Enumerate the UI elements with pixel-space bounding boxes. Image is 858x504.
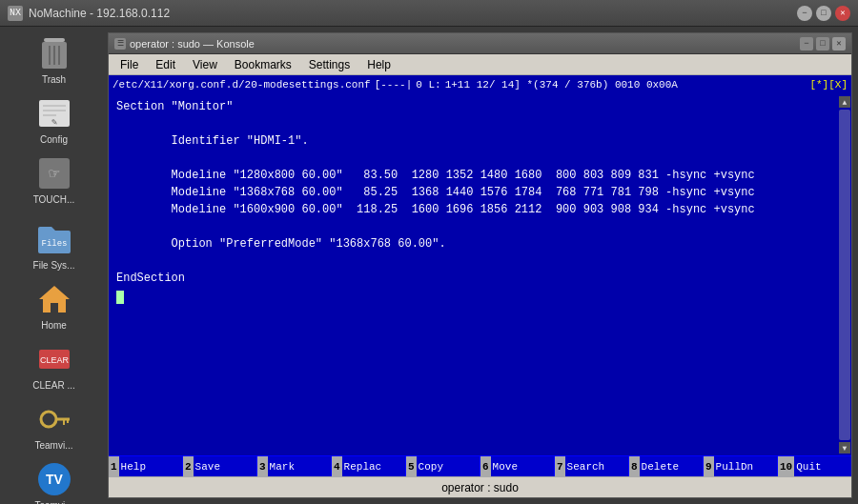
- fkey-6[interactable]: 6 Move: [480, 456, 555, 476]
- config-icon: ✎: [37, 96, 72, 131]
- konsole-title-text: operator : sudo — Konsole: [130, 38, 255, 50]
- key-icon: [37, 406, 72, 433]
- fkey-5[interactable]: 5 Copy: [406, 456, 480, 476]
- sidebar-item-filesystem[interactable]: Files File Sys...: [0, 216, 108, 274]
- sidebar-item-key[interactable]: Teamvi...: [0, 396, 108, 454]
- sidebar-label-filesystem: File Sys...: [33, 260, 75, 271]
- sidebar-item-clear[interactable]: CLEAR CLEAR ...: [0, 336, 108, 394]
- teamviewer-icon-container: TV: [35, 460, 73, 498]
- konsole-maximize-button[interactable]: □: [816, 37, 829, 50]
- menu-file[interactable]: File: [112, 56, 146, 73]
- home-icon-container: [35, 280, 73, 318]
- svg-text:TV: TV: [46, 472, 64, 487]
- touch-icon-container: ☞: [35, 154, 73, 192]
- konsole-titlebar: ☰ operator : sudo — Konsole − □ ✕: [109, 33, 851, 54]
- konsole-minimize-button[interactable]: −: [800, 37, 813, 50]
- file-path-position: 1+11 12/ 14] *(374 / 376b) 0010 0x00A: [445, 79, 678, 91]
- fkey-8[interactable]: 8 Delete: [629, 456, 704, 476]
- svg-text:CLEAR: CLEAR: [39, 355, 69, 365]
- menu-view[interactable]: View: [185, 56, 225, 73]
- konsole-window-controls: − □ ✕: [800, 37, 846, 50]
- sidebar-item-touch[interactable]: ☞ TOUCH...: [0, 151, 108, 209]
- editor-with-scroll: Section "Monitor" Identifier "HDMI-1". M…: [109, 94, 851, 455]
- fkey-5-label: Copy: [417, 461, 445, 473]
- trash-icon: [40, 36, 69, 71]
- fkey-3-label: Mark: [268, 461, 296, 473]
- konsole-menu-button[interactable]: ☰: [114, 38, 126, 50]
- minimize-button[interactable]: −: [797, 6, 812, 21]
- editor-area: /etc/X11/xorg.conf.d/20-modesettings.con…: [109, 75, 851, 476]
- menu-settings[interactable]: Settings: [301, 56, 358, 73]
- fkey-10-label: Quit: [794, 461, 823, 473]
- sidebar-label-trash: Trash: [42, 74, 66, 85]
- sidebar-label-clear: CLEAR ...: [32, 380, 74, 391]
- fkey-7-label: Search: [565, 461, 607, 473]
- fkey-9[interactable]: 9 PullDn: [704, 456, 778, 476]
- fkey-7[interactable]: 7 Search: [555, 456, 629, 476]
- sidebar-item-trash[interactable]: Trash: [0, 30, 108, 89]
- fkey-2-label: Save: [194, 461, 222, 473]
- nomachine-icon: NX: [8, 6, 23, 21]
- text-line-3: Identifier "HDMI-1".: [116, 134, 309, 148]
- file-path-flags: [*][X]: [809, 79, 848, 91]
- sidebar-label-touch: TOUCH...: [33, 194, 75, 205]
- title-bar-left: NX NoMachine - 192.168.0.112: [8, 6, 170, 21]
- text-line-9: Option "PreferredMode" "1368x768 60.00".: [116, 237, 446, 251]
- fkey-1[interactable]: 1 Help: [109, 456, 183, 476]
- sidebar-item-config[interactable]: ✎ Config: [0, 91, 108, 149]
- clear-icon: CLEAR: [37, 346, 72, 373]
- sidebar-item-teamviewer[interactable]: TV Teamvi...: [0, 456, 108, 504]
- fkey-10-num: 10: [778, 456, 794, 476]
- fkey-4[interactable]: 4 Replac: [332, 456, 406, 476]
- fkey-10[interactable]: 10 Quit: [778, 456, 851, 476]
- maximize-button[interactable]: □: [816, 6, 831, 21]
- fkey-3[interactable]: 3 Mark: [257, 456, 332, 476]
- close-button[interactable]: ✕: [835, 6, 850, 21]
- fkey-3-num: 3: [257, 456, 268, 476]
- title-bar-controls: − □ ✕: [797, 6, 850, 21]
- sidebar-item-home[interactable]: Home: [0, 276, 108, 334]
- scroll-up-button[interactable]: ▲: [839, 96, 850, 108]
- title-bar: NX NoMachine - 192.168.0.112 − □ ✕: [0, 0, 858, 27]
- sidebar-label-home: Home: [41, 320, 67, 331]
- fkey-1-num: 1: [109, 456, 119, 476]
- svg-text:☞: ☞: [49, 165, 59, 184]
- text-line-5: Modeline "1280x800 60.00" 83.50 1280 135…: [116, 169, 755, 182]
- sidebar-label-key: Teamvi...: [34, 440, 72, 451]
- text-line-6: Modeline "1368x768 60.00" 85.25 1368 144…: [116, 186, 755, 199]
- home-icon: [37, 282, 72, 316]
- file-path-filename: /etc/X11/xorg.conf.d/20-modesettings.con…: [112, 79, 371, 91]
- sidebar-label-teamviewer: Teamvi...: [34, 500, 72, 504]
- menu-bookmarks[interactable]: Bookmarks: [227, 56, 299, 73]
- key-icon-container: [35, 400, 73, 438]
- fkey-7-num: 7: [555, 456, 565, 476]
- sidebar: Trash ✎ Config ☞: [0, 27, 108, 504]
- filesystem-icon: Files: [36, 223, 72, 255]
- bottom-status-text: operator : sudo: [441, 481, 519, 494]
- svg-text:✎: ✎: [51, 117, 56, 128]
- text-cursor-line: [116, 291, 124, 304]
- bottom-status-bar: operator : sudo: [109, 476, 851, 497]
- fkey-2[interactable]: 2 Save: [183, 456, 257, 476]
- file-path-status: [----|: [375, 79, 413, 91]
- text-area[interactable]: Section "Monitor" Identifier "HDMI-1". M…: [109, 94, 838, 455]
- scroll-thumb[interactable]: [839, 110, 850, 440]
- svg-text:Files: Files: [41, 239, 67, 249]
- scrollbar[interactable]: ▲ ▼: [838, 94, 851, 455]
- fkey-9-num: 9: [704, 456, 714, 476]
- fkey-5-num: 5: [406, 456, 417, 476]
- title-bar-title: NoMachine - 192.168.0.112: [29, 7, 170, 20]
- file-path-line: 0 L:: [416, 79, 440, 91]
- menu-bar: File Edit View Bookmarks Settings Help: [109, 54, 851, 75]
- fkey-8-num: 8: [629, 456, 640, 476]
- text-line-1: Section "Monitor": [116, 100, 233, 113]
- menu-help[interactable]: Help: [359, 56, 398, 73]
- fkey-8-label: Delete: [640, 461, 682, 473]
- scroll-down-button[interactable]: ▼: [839, 442, 850, 454]
- sidebar-label-config: Config: [40, 134, 68, 145]
- text-line-11: EndSection: [116, 272, 185, 285]
- menu-edit[interactable]: Edit: [148, 56, 183, 73]
- clear-icon-container: CLEAR: [35, 340, 73, 378]
- text-line-7: Modeline "1600x900 60.00" 118.25 1600 16…: [116, 203, 755, 216]
- konsole-close-button[interactable]: ✕: [832, 37, 846, 50]
